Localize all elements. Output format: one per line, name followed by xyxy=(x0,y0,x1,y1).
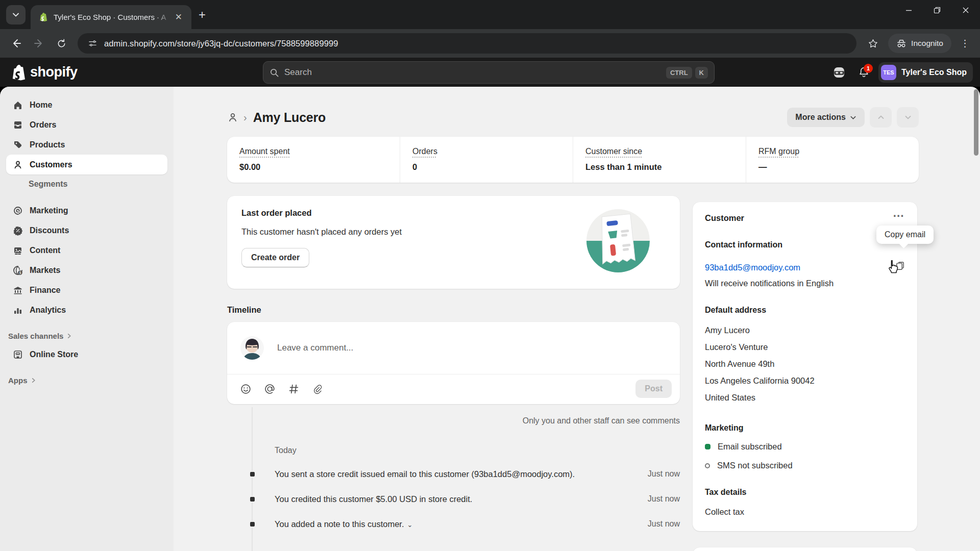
sidebar-item-orders[interactable]: Orders xyxy=(6,115,167,135)
event-time: Just now xyxy=(648,519,680,529)
minimize-icon xyxy=(905,7,912,14)
notification-language-note: Will receive notifications in English xyxy=(705,279,905,288)
site-info-icon[interactable] xyxy=(86,37,99,50)
close-icon xyxy=(962,7,969,14)
back-button[interactable] xyxy=(6,33,27,54)
admin-search-bar[interactable]: Search CTRL K xyxy=(263,61,715,84)
default-address: Amy Lucero Lucero's Venture North Avenue… xyxy=(705,322,905,406)
forward-button[interactable] xyxy=(29,33,49,54)
hashtag-icon[interactable] xyxy=(288,384,299,394)
customer-email-link[interactable]: 93ba1dd5@moodjoy.com xyxy=(705,263,800,272)
star-icon xyxy=(868,39,878,48)
store-menu-button[interactable]: TES Tyler's Eco Shop xyxy=(878,62,973,83)
customer-breadcrumb-icon[interactable] xyxy=(227,112,238,123)
address-line: Lucero's Venture xyxy=(705,339,905,356)
status-label: Email subscribed xyxy=(718,442,782,452)
sidebar-item-content[interactable]: Content xyxy=(6,240,167,260)
sidebar-item-discounts[interactable]: Discounts xyxy=(6,220,167,240)
markets-icon: $ xyxy=(12,265,23,276)
sidebar-item-label: Discounts xyxy=(30,226,69,235)
stat-label[interactable]: Amount spent xyxy=(239,147,387,156)
sidekick-button[interactable] xyxy=(829,63,849,82)
sidebar-item-marketing[interactable]: Marketing xyxy=(6,201,167,220)
event-time: Just now xyxy=(648,494,680,504)
sidebar-item-label: Finance xyxy=(30,286,60,295)
url-text: admin.shopify.com/store/jy63jq-dc/custom… xyxy=(104,39,338,48)
reload-icon xyxy=(57,39,66,48)
marketing-heading: Marketing xyxy=(705,423,905,433)
previous-customer-button[interactable] xyxy=(870,107,892,128)
url-bar[interactable]: admin.shopify.com/store/jy63jq-dc/custom… xyxy=(78,33,856,54)
create-order-button[interactable]: Create order xyxy=(241,248,309,267)
sidebar-item-label: Home xyxy=(30,101,52,110)
window-close-button[interactable] xyxy=(951,0,980,20)
subscribed-dot-icon xyxy=(705,444,710,449)
notifications-button[interactable]: 1 xyxy=(854,63,873,82)
comment-input[interactable] xyxy=(277,343,667,353)
reload-button[interactable] xyxy=(51,33,71,54)
tab-search-button[interactable] xyxy=(6,5,26,24)
not-subscribed-dot-icon xyxy=(705,463,710,468)
event-dot xyxy=(249,521,256,528)
customer-card-menu-button[interactable]: ⋯ xyxy=(893,213,905,218)
next-customer-button[interactable] xyxy=(897,107,919,128)
sidebar-nav: Home Orders Products Customers Segments … xyxy=(0,87,174,551)
post-button[interactable]: Post xyxy=(635,380,672,398)
sidebar-item-label: Content xyxy=(30,246,60,255)
sidebar-item-home[interactable]: Home xyxy=(6,95,167,115)
tab-title: Tyler's Eco Shop · Customers · A xyxy=(54,13,172,21)
sidebar-item-analytics[interactable]: Analytics xyxy=(6,300,167,320)
stat-value: Less than 1 minute xyxy=(585,162,733,172)
customer-card-title: Customer xyxy=(705,213,744,223)
window-minimize-button[interactable] xyxy=(894,0,923,20)
notification-badge: 1 xyxy=(864,64,873,73)
mention-icon[interactable] xyxy=(264,384,275,394)
more-actions-label: More actions xyxy=(795,113,846,122)
stat-label[interactable]: Customer since xyxy=(585,147,733,156)
sidebar-item-online-store[interactable]: Online Store xyxy=(6,344,167,364)
discount-icon xyxy=(12,226,23,236)
stat-orders: Orders 0 xyxy=(400,137,573,183)
sidebar-item-label: Markets xyxy=(30,266,60,275)
timeline-event: You sent a store credit issued email to … xyxy=(275,469,680,479)
tab-close-icon[interactable]: ✕ xyxy=(172,11,185,23)
shortcut-ctrl-key: CTRL xyxy=(666,67,692,79)
sidebar-section-sales-channels[interactable]: Sales channels xyxy=(6,327,167,344)
window-restore-button[interactable] xyxy=(923,0,951,20)
chevron-down-icon xyxy=(12,11,19,18)
tax-details-heading: Tax details xyxy=(705,488,905,497)
new-tab-button[interactable]: + xyxy=(199,8,206,22)
copy-email-tooltip: Copy email xyxy=(876,226,934,244)
stat-amount-spent: Amount spent $0.00 xyxy=(227,137,400,183)
stat-label[interactable]: RFM group xyxy=(758,147,906,156)
restore-icon xyxy=(934,7,941,14)
page-scrollbar[interactable] xyxy=(974,89,978,156)
more-actions-button[interactable]: More actions xyxy=(787,108,865,127)
timeline-day-label: Today xyxy=(275,446,680,455)
emoji-icon[interactable] xyxy=(240,384,251,394)
sidebar-item-products[interactable]: Products xyxy=(6,135,167,155)
marketing-icon xyxy=(12,206,23,216)
contact-info-heading: Contact information xyxy=(705,240,905,249)
sidebar-item-finance[interactable]: Finance xyxy=(6,280,167,300)
sidebar-section-apps[interactable]: Apps xyxy=(6,371,167,389)
sidebar-item-customers[interactable]: Customers xyxy=(6,155,167,174)
event-text-expandable[interactable]: You added a note to this customer.⌄ xyxy=(275,519,648,529)
bank-icon xyxy=(12,285,23,295)
browser-menu-button[interactable]: ⋮ xyxy=(957,38,974,49)
stat-value: 0 xyxy=(412,162,560,172)
address-line: United States xyxy=(705,389,905,406)
event-dot xyxy=(249,471,256,478)
shopify-logo[interactable]: shopify xyxy=(11,64,78,81)
stat-label[interactable]: Orders xyxy=(412,147,560,156)
bookmark-button[interactable] xyxy=(863,33,883,54)
sidebar-item-markets[interactable]: $ Markets xyxy=(6,260,167,280)
sidebar-item-segments[interactable]: Segments xyxy=(6,174,167,193)
orders-icon xyxy=(12,120,23,130)
sidebar-item-label: Products xyxy=(30,140,65,149)
page-header: › Amy Lucero More actions xyxy=(227,106,919,129)
browser-tabstrip: Tyler's Eco Shop · Customers · A ✕ + xyxy=(0,0,980,29)
attachment-icon[interactable] xyxy=(312,384,323,394)
incognito-icon xyxy=(896,39,906,48)
browser-tab[interactable]: Tyler's Eco Shop · Customers · A ✕ xyxy=(31,5,191,29)
